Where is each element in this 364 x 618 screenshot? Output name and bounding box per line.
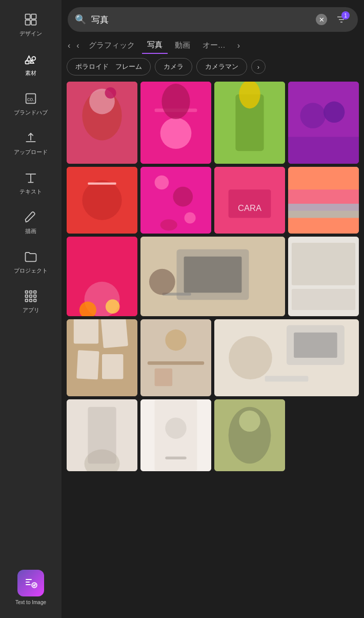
- image-item-15[interactable]: [67, 399, 137, 471]
- filter-badge: 1: [341, 11, 350, 20]
- svg-rect-4: [32, 56, 35, 60]
- sidebar-label-materials: 素材: [25, 69, 36, 77]
- text-to-image-label: Text to Image: [15, 600, 46, 606]
- apps-icon: [24, 289, 38, 303]
- filter-chips: ポラロイド フレーム カメラ カメラマン ›: [62, 58, 364, 75]
- image-grid: CARA: [62, 82, 364, 618]
- svg-rect-9: [30, 291, 32, 294]
- svg-rect-14: [26, 299, 28, 302]
- svg-point-36: [300, 103, 326, 128]
- sidebar-label-draw: 描画: [25, 227, 36, 235]
- svg-rect-41: [88, 183, 116, 185]
- tab-graphic[interactable]: グラフィック: [84, 37, 140, 53]
- svg-rect-71: [148, 361, 204, 365]
- svg-rect-38: [288, 137, 359, 164]
- image-item-11[interactable]: [288, 237, 359, 316]
- search-clear-button[interactable]: ✕: [316, 14, 327, 25]
- image-item-7[interactable]: CARA: [214, 167, 285, 234]
- chip-polaroid-frame[interactable]: ポラロイド フレーム: [67, 58, 151, 75]
- brand-icon: co.: [24, 91, 38, 106]
- svg-point-56: [106, 299, 120, 314]
- svg-rect-81: [88, 407, 116, 464]
- svg-rect-19: [26, 584, 31, 585]
- svg-point-45: [185, 212, 196, 223]
- image-item-1[interactable]: [67, 82, 137, 164]
- upload-icon: [24, 131, 38, 145]
- tab-audio[interactable]: オーディオ: [197, 37, 233, 53]
- draw-icon: [24, 210, 38, 224]
- sidebar-item-text[interactable]: テキスト: [0, 163, 62, 203]
- svg-point-44: [173, 187, 193, 207]
- svg-rect-12: [30, 295, 32, 298]
- tab-next-arrow[interactable]: ›: [235, 41, 242, 50]
- svg-point-84: [165, 418, 186, 439]
- sidebar-item-draw[interactable]: 描画: [0, 203, 62, 242]
- sidebar-item-design[interactable]: デザイン: [0, 5, 62, 45]
- chip-more-arrow[interactable]: ›: [251, 60, 266, 74]
- tab-prev-arrow-2[interactable]: ‹: [74, 41, 81, 50]
- svg-text:co.: co.: [27, 96, 34, 102]
- svg-point-29: [160, 118, 192, 149]
- sidebar-item-materials[interactable]: 素材: [0, 45, 62, 84]
- sidebar-item-apps[interactable]: アプリ: [0, 282, 62, 321]
- svg-rect-52: [288, 204, 359, 218]
- chip-cameraman[interactable]: カメラマン: [196, 58, 247, 75]
- sidebar-item-project[interactable]: プロジェクト: [0, 242, 62, 282]
- folder-icon: [24, 249, 38, 264]
- svg-point-27: [105, 87, 116, 99]
- svg-point-88: [239, 411, 260, 432]
- shapes-icon: [24, 52, 38, 66]
- category-tabs: ‹ ‹ グラフィック 写真 動画 オーディオ ›: [62, 37, 364, 54]
- sidebar-label-project: プロジェクト: [14, 267, 48, 275]
- image-item-4[interactable]: [288, 82, 359, 164]
- search-icon: 🔍: [75, 14, 86, 25]
- image-item-8[interactable]: [288, 167, 359, 234]
- svg-point-72: [165, 330, 186, 351]
- svg-point-46: [160, 219, 177, 230]
- svg-rect-8: [26, 291, 28, 294]
- tab-photo[interactable]: 写真: [142, 37, 168, 54]
- svg-rect-67: [100, 319, 128, 348]
- sidebar: デザイン 素材 co. ブランドハブ アップロード: [0, 0, 62, 618]
- sidebar-item-brand-hub[interactable]: co. ブランドハブ: [0, 84, 62, 124]
- text-to-image-icon: [17, 570, 44, 596]
- image-item-13[interactable]: [140, 319, 211, 396]
- tab-video[interactable]: 動画: [170, 37, 195, 53]
- image-item-14[interactable]: [214, 319, 359, 396]
- svg-rect-18: [26, 582, 30, 583]
- svg-rect-3: [31, 20, 36, 25]
- image-item-6[interactable]: [140, 167, 211, 234]
- filter-button[interactable]: 1: [332, 10, 351, 29]
- svg-rect-11: [26, 295, 28, 298]
- image-item-12[interactable]: [67, 319, 137, 396]
- tab-prev-arrow[interactable]: ‹: [66, 41, 72, 50]
- image-item-2[interactable]: [140, 82, 211, 164]
- svg-rect-63: [292, 243, 355, 285]
- sidebar-label-apps: アプリ: [23, 306, 39, 314]
- image-item-10[interactable]: [140, 237, 285, 316]
- image-item-17[interactable]: [214, 399, 285, 471]
- svg-rect-66: [74, 319, 98, 343]
- svg-rect-64: [292, 289, 355, 310]
- sidebar-item-text-to-image[interactable]: Text to Image: [0, 563, 62, 613]
- svg-point-75: [229, 336, 272, 380]
- svg-rect-5: [26, 61, 29, 64]
- sidebar-item-upload[interactable]: アップロード: [0, 124, 62, 163]
- image-item-5[interactable]: [67, 167, 137, 234]
- svg-rect-68: [76, 350, 99, 379]
- svg-rect-1: [31, 14, 36, 19]
- svg-point-37: [323, 102, 345, 123]
- chip-camera[interactable]: カメラ: [155, 58, 192, 75]
- sidebar-label-upload: アップロード: [14, 148, 48, 156]
- svg-rect-13: [34, 295, 36, 298]
- image-item-16[interactable]: [140, 399, 211, 471]
- search-input[interactable]: [91, 14, 311, 25]
- image-item-9[interactable]: [67, 237, 137, 316]
- grid-icon: [24, 12, 38, 27]
- svg-point-61: [149, 269, 175, 295]
- svg-rect-15: [30, 299, 32, 302]
- svg-rect-77: [294, 333, 337, 358]
- svg-rect-2: [26, 20, 30, 25]
- image-item-3[interactable]: [214, 82, 285, 164]
- svg-rect-73: [155, 369, 173, 387]
